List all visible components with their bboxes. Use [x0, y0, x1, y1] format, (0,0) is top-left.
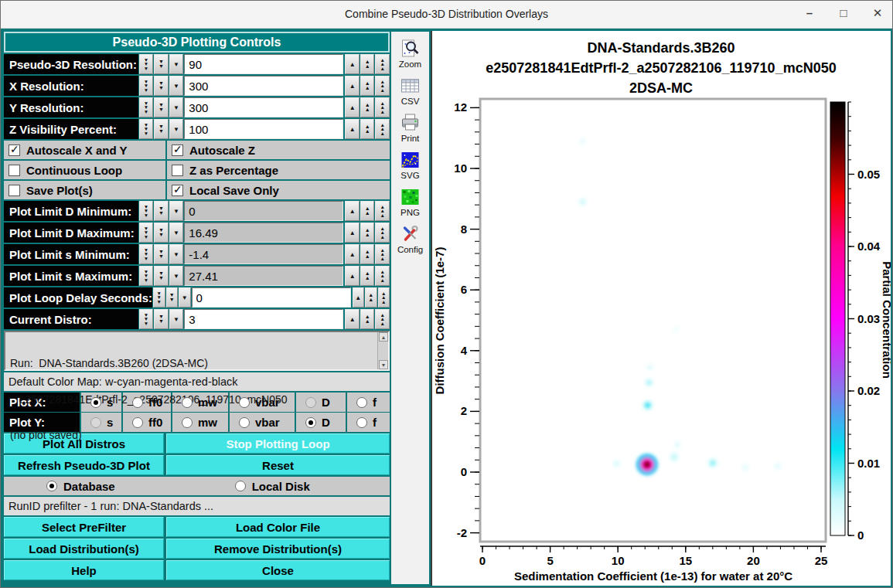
increment-fine-button[interactable]	[353, 287, 365, 308]
decrement-coarse-button[interactable]	[153, 287, 165, 308]
run-info-box[interactable]: Run: DNA-Standards.3B260 (2DSA-MC) e2507…	[4, 331, 390, 371]
decrement-fine-button[interactable]	[169, 266, 184, 286]
decrement-coarse-button[interactable]	[139, 97, 154, 117]
decrement-coarse-button[interactable]	[139, 119, 154, 139]
increment-medium-button[interactable]	[365, 287, 377, 308]
radio-icon[interactable]	[305, 417, 316, 428]
decrement-medium-button[interactable]	[154, 244, 169, 264]
decrement-coarse-button[interactable]	[139, 266, 154, 286]
radio-icon[interactable]	[356, 417, 367, 428]
increment-coarse-button[interactable]	[375, 201, 390, 221]
radio-icon[interactable]	[239, 397, 250, 408]
radio-icon[interactable]	[356, 397, 367, 408]
close-panel-button[interactable]: Close	[166, 560, 390, 580]
increment-medium-button[interactable]	[360, 223, 375, 243]
increment-coarse-button[interactable]	[375, 76, 390, 96]
increment-coarse-button[interactable]	[375, 309, 390, 329]
checkbox-box[interactable]	[172, 185, 183, 196]
increment-fine-button[interactable]	[345, 54, 360, 74]
close-button[interactable]: ✕	[871, 6, 884, 20]
checkbox-box[interactable]	[172, 165, 183, 176]
decrement-coarse-button[interactable]	[139, 201, 154, 221]
pseudo3d-resolution-input[interactable]	[184, 54, 343, 74]
increment-medium-button[interactable]	[360, 97, 375, 117]
checkbox-z-as-percentage[interactable]: Z as Percentage	[167, 161, 390, 179]
increment-coarse-button[interactable]	[378, 287, 390, 308]
titlebar[interactable]: Combine Pseudo-3D Distribution Overlays …	[1, 1, 892, 29]
decrement-coarse-button[interactable]	[139, 223, 154, 243]
increment-coarse-button[interactable]	[375, 119, 390, 139]
decrement-fine-button[interactable]	[169, 244, 184, 264]
scroll-down-icon[interactable]: ▼	[379, 360, 388, 369]
increment-medium-button[interactable]	[360, 119, 375, 139]
loop-delay-input[interactable]	[192, 287, 351, 308]
decrement-coarse-button[interactable]	[139, 54, 154, 74]
increment-fine-button[interactable]	[345, 119, 360, 139]
decrement-coarse-button[interactable]	[139, 309, 154, 329]
radio-local-disk[interactable]: Local Disk	[235, 480, 310, 493]
radio-icon[interactable]	[239, 417, 250, 428]
increment-coarse-button[interactable]	[375, 266, 390, 286]
radio-icon[interactable]	[182, 417, 193, 428]
load-color-file-button[interactable]: Load Color File	[166, 517, 390, 537]
increment-medium-button[interactable]	[360, 244, 375, 264]
svg-tool-button[interactable]: SVG	[400, 150, 421, 180]
increment-coarse-button[interactable]	[375, 54, 390, 74]
radio-icon[interactable]	[182, 397, 193, 408]
checkbox-local-save-only[interactable]: Local Save Only	[167, 181, 390, 199]
decrement-coarse-button[interactable]	[139, 76, 154, 96]
pseudo3d-plot[interactable]: DNA-Standards.3B260e2507281841EdtPrfl-2_…	[432, 31, 891, 586]
increment-fine-button[interactable]	[345, 244, 360, 264]
increment-fine-button[interactable]	[345, 309, 360, 329]
radio-icon[interactable]	[132, 417, 143, 428]
decrement-medium-button[interactable]	[154, 119, 169, 139]
current-distro-input[interactable]	[184, 309, 343, 329]
checkbox-autoscale-z[interactable]: Autoscale Z	[167, 141, 390, 159]
radio-icon[interactable]	[90, 397, 101, 408]
load-distributions-button[interactable]: Load Distribution(s)	[4, 539, 164, 559]
decrement-medium-button[interactable]	[154, 97, 169, 117]
decrement-medium-button[interactable]	[154, 201, 169, 221]
decrement-coarse-button[interactable]	[139, 244, 154, 264]
increment-coarse-button[interactable]	[375, 97, 390, 117]
decrement-medium-button[interactable]	[154, 309, 169, 329]
z-visibility-input[interactable]	[184, 119, 343, 139]
config-tool-button[interactable]: Config	[397, 224, 423, 254]
run-info-scrollbar[interactable]: ▲ ▼	[377, 332, 388, 369]
checkbox-autoscale-xy[interactable]: Autoscale X and Y	[4, 141, 165, 159]
decrement-fine-button[interactable]	[169, 309, 184, 329]
decrement-fine-button[interactable]	[169, 54, 184, 74]
radio-database[interactable]: Database	[46, 480, 115, 493]
increment-fine-button[interactable]	[345, 201, 360, 221]
zoom-tool-button[interactable]: Zoom	[399, 39, 421, 69]
decrement-fine-button[interactable]	[169, 119, 184, 139]
increment-medium-button[interactable]	[360, 54, 375, 74]
minimize-button[interactable]: –	[803, 6, 816, 20]
decrement-fine-button[interactable]	[169, 201, 184, 221]
print-tool-button[interactable]: Print	[400, 113, 421, 143]
increment-medium-button[interactable]	[360, 266, 375, 286]
checkbox-continuous-loop[interactable]: Continuous Loop	[4, 161, 165, 179]
csv-tool-button[interactable]: CSV	[400, 76, 421, 106]
y-resolution-input[interactable]	[184, 97, 343, 117]
x-resolution-input[interactable]	[184, 76, 343, 96]
radio-icon[interactable]	[46, 481, 57, 491]
decrement-fine-button[interactable]	[169, 97, 184, 117]
png-tool-button[interactable]: PNG	[400, 187, 421, 217]
decrement-fine-button[interactable]	[169, 223, 184, 243]
checkbox-save-plots[interactable]: Save Plot(s)	[4, 181, 165, 199]
checkbox-box[interactable]	[172, 144, 183, 156]
remove-distributions-button[interactable]: Remove Distribution(s)	[166, 539, 390, 559]
increment-fine-button[interactable]	[345, 97, 360, 117]
increment-fine-button[interactable]	[345, 223, 360, 243]
decrement-medium-button[interactable]	[166, 287, 179, 308]
decrement-medium-button[interactable]	[154, 266, 169, 286]
scroll-up-icon[interactable]: ▲	[379, 332, 388, 342]
radio-icon[interactable]	[132, 397, 143, 408]
checkbox-box[interactable]	[9, 185, 20, 196]
help-button[interactable]: Help	[4, 560, 164, 580]
radio-icon[interactable]	[235, 481, 246, 491]
checkbox-box[interactable]	[9, 165, 20, 176]
checkbox-box[interactable]	[9, 144, 20, 156]
decrement-medium-button[interactable]	[154, 76, 169, 96]
